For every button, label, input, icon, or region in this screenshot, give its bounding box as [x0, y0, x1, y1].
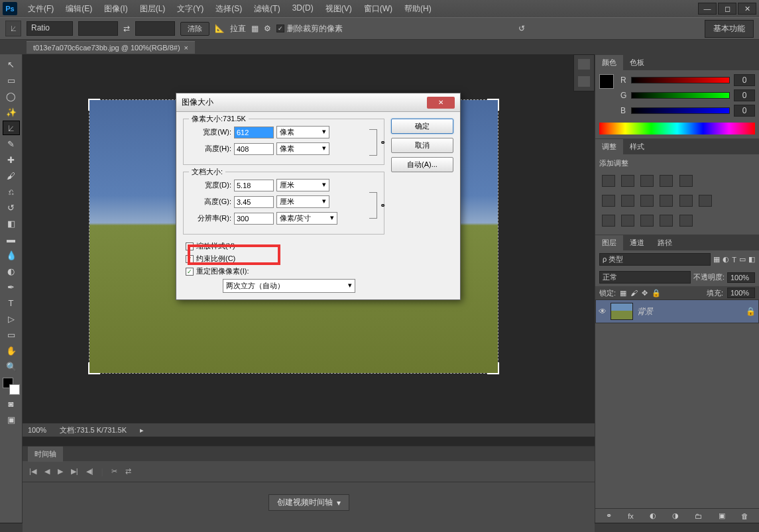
shape-tool-icon[interactable]: ▭	[3, 327, 20, 342]
fill-value[interactable]: 100%	[727, 288, 755, 298]
r-slider[interactable]	[631, 77, 730, 83]
resolution-input[interactable]	[234, 213, 274, 225]
type-tool-icon[interactable]: T	[3, 295, 20, 310]
path-select-tool-icon[interactable]: ▷	[3, 311, 20, 326]
layer-thumbnail[interactable]	[611, 303, 633, 320]
lock-all-icon[interactable]: 🔒	[652, 289, 661, 297]
marquee-tool-icon[interactable]: ▭	[3, 73, 20, 87]
crop-width-input[interactable]	[78, 21, 118, 36]
height-h-input[interactable]	[234, 143, 274, 155]
pen-tool-icon[interactable]: ✒	[3, 280, 20, 294]
menu-layer[interactable]: 图层(L)	[135, 1, 171, 17]
height-g-input[interactable]	[234, 196, 274, 208]
dialog-close-button[interactable]: ✕	[427, 97, 455, 109]
zoom-level[interactable]: 100%	[28, 426, 46, 434]
crop-handle-br[interactable]	[487, 362, 499, 374]
eraser-tool-icon[interactable]: ◧	[3, 216, 20, 231]
gear-icon[interactable]: ⚙	[264, 24, 271, 33]
adj-curves-icon[interactable]	[640, 175, 654, 187]
menu-help[interactable]: 帮助(H)	[399, 1, 437, 17]
adj-exposure-icon[interactable]	[660, 175, 673, 187]
filter-shape-icon[interactable]: ▭	[739, 255, 746, 264]
cancel-button[interactable]: 取消	[391, 138, 453, 153]
close-icon[interactable]: ×	[184, 44, 188, 52]
healing-tool-icon[interactable]: ✚	[3, 152, 20, 167]
menu-filter[interactable]: 滤镜(T)	[249, 1, 285, 17]
history-brush-tool-icon[interactable]: ↺	[3, 200, 20, 215]
clear-button[interactable]: 清除	[180, 22, 209, 36]
color-spectrum[interactable]	[599, 123, 755, 134]
eyedropper-tool-icon[interactable]: ✎	[3, 136, 20, 151]
next-frame-icon[interactable]: ▶|	[71, 467, 78, 476]
adj-hue-icon[interactable]	[602, 195, 615, 207]
crop-tool-icon[interactable]: ⟀	[3, 121, 20, 135]
reset-icon[interactable]: ↺	[518, 24, 525, 33]
trash-icon[interactable]: 🗑	[741, 512, 748, 520]
tab-layers[interactable]: 图层	[595, 235, 623, 250]
chevron-down-icon[interactable]: ▾	[337, 498, 341, 507]
menu-3d[interactable]: 3D(D)	[287, 1, 319, 17]
menu-image[interactable]: 图像(I)	[99, 1, 133, 17]
link-layers-icon[interactable]: ⚭	[606, 511, 612, 520]
menu-type[interactable]: 文字(Y)	[172, 1, 209, 17]
link-icon[interactable]: ⚭	[380, 138, 386, 147]
tab-channels[interactable]: 通道	[623, 235, 651, 250]
filter-pixel-icon[interactable]: ▦	[713, 255, 720, 264]
layer-visibility-icon[interactable]: 👁	[599, 307, 607, 316]
adj-posterize-icon[interactable]	[621, 215, 634, 227]
layer-mask-icon[interactable]: ◐	[650, 511, 656, 520]
adj-colorbalance-icon[interactable]	[621, 195, 634, 207]
layer-filter-select[interactable]: ρ 类型	[599, 253, 711, 266]
document-info[interactable]: 文档:731.5 K/731.5K	[60, 425, 127, 435]
brush-tool-icon[interactable]: 🖌	[3, 168, 20, 183]
crop-handle-bl[interactable]	[88, 362, 100, 374]
adj-selective-icon[interactable]	[679, 215, 693, 227]
window-close-button[interactable]: ✕	[738, 3, 756, 15]
crop-ratio-select[interactable]: Ratio	[27, 21, 73, 36]
adj-levels-icon[interactable]	[621, 175, 634, 187]
lasso-tool-icon[interactable]: ◯	[3, 89, 20, 103]
b-value[interactable]: 0	[734, 105, 755, 117]
layer-name[interactable]: 背景	[637, 306, 653, 317]
dodge-tool-icon[interactable]: ◐	[3, 264, 20, 278]
straighten-icon[interactable]: 📐	[215, 24, 225, 33]
crop-handle-tr[interactable]	[487, 99, 499, 111]
b-slider[interactable]	[631, 107, 730, 114]
document-tab[interactable]: t013e7a070c6cae73bb.jpg @ 100%(RGB/8#) ×	[27, 41, 195, 54]
new-layer-icon[interactable]: ▣	[719, 511, 725, 520]
g-value[interactable]: 0	[734, 89, 755, 101]
crop-tool-indicator-icon[interactable]: ⟀	[5, 21, 21, 36]
filter-type-icon[interactable]: T	[732, 256, 736, 264]
swap-icon[interactable]: ⇄	[123, 24, 130, 33]
adj-colorlookup-icon[interactable]	[699, 195, 712, 207]
filter-adjust-icon[interactable]: ◐	[723, 255, 729, 264]
properties-panel-icon[interactable]	[578, 76, 590, 87]
tab-timeline[interactable]: 时间轴	[28, 447, 63, 462]
adj-bw-icon[interactable]	[640, 195, 654, 207]
stamp-tool-icon[interactable]: ⎌	[3, 184, 20, 199]
layer-fx-icon[interactable]: fx	[628, 512, 634, 520]
adj-vibrance-icon[interactable]	[679, 175, 693, 187]
screen-mode-icon[interactable]: ▣	[3, 412, 20, 427]
grid-overlay-icon[interactable]: ▦	[251, 24, 259, 33]
adj-brightness-icon[interactable]	[602, 175, 615, 187]
window-maximize-button[interactable]: ◻	[718, 3, 736, 15]
width-d-unit-select[interactable]: 厘米	[276, 179, 329, 191]
delete-cropped-checkbox[interactable]: ✓ 删除裁剪的像素	[276, 23, 343, 34]
color-swatches[interactable]	[3, 378, 20, 395]
ok-button[interactable]: 确定	[391, 119, 453, 134]
magic-wand-tool-icon[interactable]: ✨	[3, 105, 20, 119]
link-icon[interactable]: ⚭	[380, 201, 386, 209]
new-fill-icon[interactable]: ◑	[672, 511, 679, 520]
tab-styles[interactable]: 样式	[623, 139, 651, 154]
opacity-value[interactable]: 100%	[727, 272, 755, 283]
tab-color[interactable]: 颜色	[595, 55, 623, 70]
zoom-tool-icon[interactable]: 🔍	[3, 359, 20, 374]
adj-threshold-icon[interactable]	[640, 215, 654, 227]
window-minimize-button[interactable]: —	[698, 3, 717, 15]
tab-adjustments[interactable]: 调整	[595, 139, 623, 154]
quick-mask-icon[interactable]: ◙	[3, 396, 20, 411]
resample-checkbox[interactable]: ✓重定图像像素(I):	[183, 266, 384, 276]
hand-tool-icon[interactable]: ✋	[3, 343, 20, 358]
tab-paths[interactable]: 路径	[651, 235, 679, 250]
